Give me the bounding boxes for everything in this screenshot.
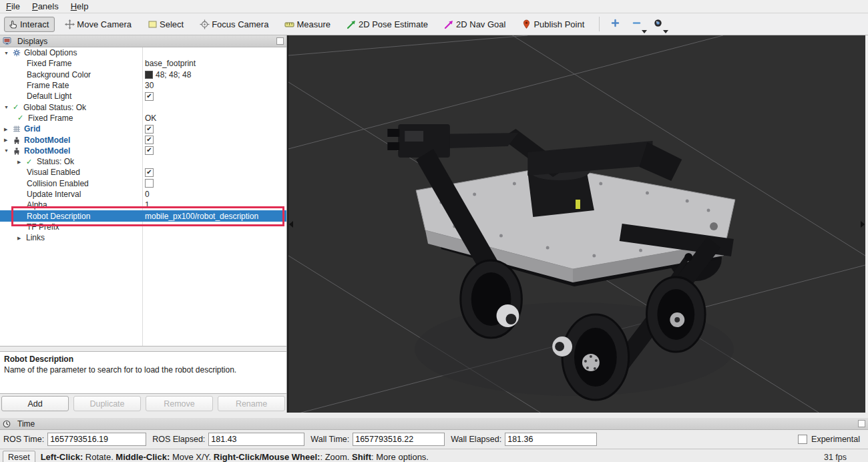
tree-row-fixed-frame[interactable]: Fixed Framebase_footprint xyxy=(0,58,286,69)
property-value[interactable]: OK xyxy=(145,113,156,123)
time-panel: Time ROS Time:ROS Elapsed:Wall Time:Wall… xyxy=(0,418,868,449)
time-fields: ROS Time:ROS Elapsed:Wall Time:Wall Elap… xyxy=(0,430,868,449)
duplicate-button[interactable]: Duplicate xyxy=(73,396,141,411)
clock-icon xyxy=(3,420,12,428)
experimental-label: Experimental xyxy=(811,435,860,444)
move-icon xyxy=(65,19,75,29)
render-scene xyxy=(288,35,865,413)
displays-float-button[interactable] xyxy=(276,37,284,45)
tool-label: Select xyxy=(160,19,184,29)
property-value[interactable]: 30 xyxy=(145,81,154,90)
tool-2d-pose-estimate[interactable]: 2D Pose Estimate xyxy=(343,17,434,32)
displays-icon xyxy=(3,37,12,45)
tree-row-background-color[interactable]: Background Color48; 48; 48 xyxy=(0,69,286,80)
tool-2d-nav-goal[interactable]: 2D Nav Goal xyxy=(440,17,511,32)
checkbox-checked[interactable]: ✔ xyxy=(145,92,154,101)
experimental-toggle[interactable]: Experimental xyxy=(798,435,860,444)
menu-panels[interactable]: Panels xyxy=(26,0,65,13)
grid-icon xyxy=(13,125,22,133)
property-value[interactable]: 1 xyxy=(145,200,150,210)
property-value[interactable]: 0 xyxy=(145,190,150,199)
main-area: Displays ▼Global OptionsFixed Framebase_… xyxy=(0,35,868,413)
tree-row-robot-description[interactable]: Robot Descriptionmobile_px100/robot_desc… xyxy=(0,210,286,221)
tree-row-global-options[interactable]: ▼Global Options xyxy=(0,47,286,58)
menu-file[interactable]: File xyxy=(0,0,26,13)
checkbox-checked[interactable]: ✔ xyxy=(145,146,154,155)
tree-row-alpha[interactable]: Alpha1 xyxy=(0,200,286,210)
checkbox-checked[interactable]: ✔ xyxy=(145,168,154,177)
tool-measure[interactable]: Measure xyxy=(280,17,337,32)
menu-help[interactable]: Help xyxy=(65,0,95,13)
rename-button[interactable]: Rename xyxy=(218,396,285,411)
property-name: TF Prefix xyxy=(27,222,59,232)
property-value[interactable]: base_footprint xyxy=(145,59,196,68)
remove-button[interactable]: Remove xyxy=(146,396,213,411)
time-float-button[interactable] xyxy=(858,420,865,427)
splitter-arrow-left[interactable] xyxy=(289,221,293,228)
property-name: Status: Ok xyxy=(37,157,74,166)
window-edge xyxy=(865,35,868,413)
plus-button[interactable] xyxy=(606,16,624,32)
tool-publish-point[interactable]: Publish Point xyxy=(517,17,590,32)
tree-row-robotmodel[interactable]: ▶RobotModel✔ xyxy=(0,134,286,145)
time-field-input[interactable] xyxy=(208,433,304,446)
mouse-hints: Left-Click: Rotate. Middle-Click: Move X… xyxy=(41,452,429,462)
time-field-input[interactable] xyxy=(505,433,597,446)
property-name: Global Options xyxy=(24,48,77,57)
tree-row-robotmodel[interactable]: ▼RobotModel✔ xyxy=(0,146,286,156)
tree-row-global-status-ok[interactable]: ▼✓Global Status: Ok xyxy=(0,101,286,112)
tool-select[interactable]: Select xyxy=(144,17,190,32)
time-field-label: ROS Time: xyxy=(3,435,44,444)
tree-row-links[interactable]: ▶Links xyxy=(0,232,286,243)
gear-icon xyxy=(13,49,22,57)
tool-focus-camera[interactable]: Focus Camera xyxy=(196,17,274,32)
tree-row-default-light[interactable]: Default Light✔ xyxy=(0,91,286,101)
property-name: Global Status: Ok xyxy=(23,103,86,112)
experimental-checkbox[interactable] xyxy=(798,435,807,444)
minus-icon xyxy=(632,18,642,30)
property-value[interactable]: mobile_px100/robot_description xyxy=(145,212,258,221)
color-swatch[interactable] xyxy=(145,71,153,79)
tree-row-grid[interactable]: ▶Grid✔ xyxy=(0,124,286,134)
displays-panel-header[interactable]: Displays xyxy=(0,35,286,47)
3d-viewport[interactable] xyxy=(287,35,865,413)
time-field-input[interactable] xyxy=(353,433,445,446)
time-panel-header[interactable]: Time xyxy=(0,418,868,430)
tool-interact[interactable]: Interact xyxy=(4,17,55,32)
tree-row-visual-enabled[interactable]: Visual Enabled✔ xyxy=(0,167,286,178)
checkbox-checked[interactable]: ✔ xyxy=(145,136,154,144)
tree-row-collision-enabled[interactable]: Collision Enabled xyxy=(0,178,286,189)
expand-arrow-icon[interactable]: ▶ xyxy=(17,160,26,164)
splitter-arrow-right[interactable] xyxy=(861,221,865,228)
tool-move-camera[interactable]: Move Camera xyxy=(61,17,138,32)
collapse-arrow-icon[interactable]: ▼ xyxy=(4,51,13,55)
tree-row-frame-rate[interactable]: Frame Rate30 xyxy=(0,80,286,91)
minus-button[interactable] xyxy=(628,16,645,32)
property-name: Robot Description xyxy=(27,212,90,221)
expand-arrow-icon[interactable]: ▶ xyxy=(17,236,26,240)
tree-row-status-ok[interactable]: ▶✓Status: Ok xyxy=(0,156,286,167)
checkbox-checked[interactable]: ✔ xyxy=(145,125,154,134)
measure-icon xyxy=(284,19,294,29)
focus-icon xyxy=(200,19,210,29)
tree-row-tf-prefix[interactable]: TF Prefix xyxy=(0,222,286,232)
property-name: Collision Enabled xyxy=(27,179,89,188)
property-value[interactable]: 48; 48; 48 xyxy=(156,70,191,79)
expand-arrow-icon[interactable]: ▶ xyxy=(4,138,13,142)
tool-label: 2D Nav Goal xyxy=(456,19,505,29)
collapse-arrow-icon[interactable]: ▼ xyxy=(4,105,13,109)
tree-row-fixed-frame[interactable]: ✓Fixed FrameOK xyxy=(0,113,286,124)
eye-button[interactable] xyxy=(649,16,666,32)
property-name: Grid xyxy=(24,124,41,134)
add-button[interactable]: Add xyxy=(1,396,69,411)
property-name: Background Color xyxy=(27,70,91,79)
property-name: Links xyxy=(26,233,45,242)
collapse-arrow-icon[interactable]: ▼ xyxy=(4,148,13,153)
help-title: Robot Description xyxy=(4,355,282,364)
checkbox-unchecked[interactable] xyxy=(145,179,154,188)
reset-button[interactable]: Reset xyxy=(3,451,35,462)
rviz-window: FilePanelsHelp InteractMove CameraSelect… xyxy=(0,0,868,462)
tree-row-update-interval[interactable]: Update Interval0 xyxy=(0,189,286,200)
expand-arrow-icon[interactable]: ▶ xyxy=(4,127,13,132)
time-field-input[interactable] xyxy=(47,433,146,446)
